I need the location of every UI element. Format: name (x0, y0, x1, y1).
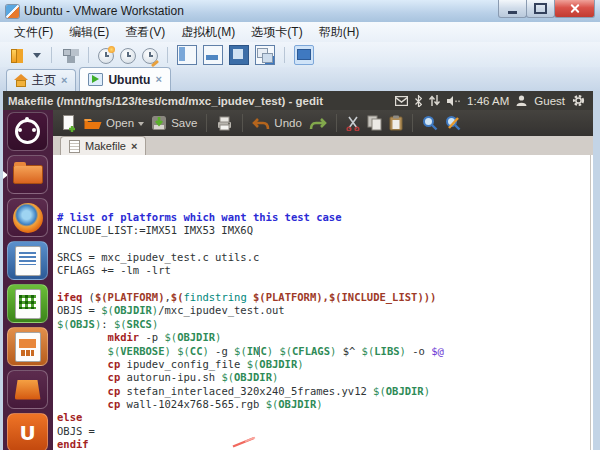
mail-icon[interactable] (395, 96, 408, 106)
print-icon[interactable] (216, 116, 233, 131)
firefox-icon (13, 203, 43, 233)
maximize-button[interactable] (526, 0, 555, 18)
ubuntu-top-panel: Makefile (/mnt/hgfs/123/test/cmd/mxc_ipu… (3, 91, 593, 110)
session-user-indicator[interactable]: Guest (534, 95, 565, 107)
menu-view[interactable]: 查看(V) (117, 22, 173, 43)
code-line[interactable]: else (57, 411, 593, 424)
launcher-item-ubuntu-one[interactable] (7, 413, 48, 450)
launcher-item-libreoffice-impress[interactable] (7, 327, 48, 366)
code-line[interactable]: ifeq ($(PLATFORM),$(findstring $(PLATFOR… (57, 291, 593, 304)
snapshot-take-icon[interactable] (98, 48, 114, 64)
launcher-item-files[interactable] (7, 155, 48, 194)
tab-home[interactable]: 主页 × (6, 69, 76, 91)
gedit-tab-makefile[interactable]: Makefile × (60, 136, 146, 155)
ubuntu-screen: Makefile (/mnt/hgfs/123/test/cmd/mxc_ipu… (3, 91, 593, 450)
menu-edit[interactable]: 编辑(E) (61, 22, 117, 43)
launcher-item-software-center[interactable] (7, 370, 48, 409)
save-button[interactable]: Save (151, 115, 197, 131)
snapshot-manager-icon[interactable] (142, 48, 158, 64)
code-line[interactable] (57, 278, 593, 291)
libreoffice-calc-icon (15, 289, 41, 319)
window-titlebar[interactable]: Ubuntu - VMware Workstation (0, 0, 600, 23)
code-line[interactable]: mkdir -p $(OBJDIR) (57, 331, 593, 344)
snapshot-revert-icon[interactable] (120, 48, 136, 64)
code-line[interactable]: OBJS = (57, 425, 593, 438)
minimize-button[interactable] (498, 0, 527, 18)
code-line[interactable]: cp wall-1024x768-565.rgb $(OBJDIR) (57, 398, 593, 411)
code-line[interactable]: OBJS = $(OBJDIR)/mxc_ipudev_test.out (57, 304, 593, 317)
save-button-label: Save (171, 117, 197, 129)
gear-icon[interactable] (572, 94, 585, 107)
launcher-item-ubuntu-dash[interactable] (7, 112, 48, 151)
open-button-label: Open (106, 117, 134, 129)
code-line[interactable]: $(VERBOSE) $(CC) -g $(INC) $(CFLAGS) $^ … (57, 345, 593, 358)
clock-indicator[interactable]: 1:46 AM (467, 95, 509, 107)
launcher-item-libreoffice-calc[interactable] (7, 284, 48, 323)
user-icon (516, 95, 527, 106)
open-button[interactable]: Open (84, 116, 144, 130)
search-icon[interactable] (422, 115, 438, 131)
tab-ubuntu-label: Ubuntu (108, 73, 150, 87)
code-line[interactable]: $(OBJS): $(SRCS) (57, 318, 593, 331)
new-document-icon[interactable] (62, 115, 77, 132)
unity-launcher (3, 110, 53, 450)
search-replace-icon[interactable] (445, 115, 462, 131)
document-icon (69, 140, 80, 153)
libreoffice-impress-icon (15, 332, 41, 362)
tab-ubuntu-close-icon[interactable]: × (155, 74, 161, 85)
volume-muted-icon[interactable] (447, 96, 460, 106)
ubuntu-dash-icon (15, 119, 40, 144)
network-icon[interactable] (61, 46, 79, 64)
code-line[interactable]: SRCS = mxc_ipudev_test.c utils.c (57, 251, 593, 264)
editor-right-edge (590, 155, 591, 450)
vmware-workstation-window: Ubuntu - VMware Workstation 文件(F)编辑(E)查看… (0, 0, 600, 450)
paste-icon[interactable] (389, 115, 403, 131)
launcher-item-libreoffice-writer[interactable] (7, 241, 48, 280)
menu-bar: 文件(F)编辑(E)查看(V)虚拟机(M)选项卡(T)帮助(H) (0, 22, 600, 42)
menu-vm[interactable]: 虚拟机(M) (173, 22, 243, 43)
panel-toggle-icon[interactable] (177, 45, 197, 65)
undo-icon (252, 117, 270, 130)
bluetooth-icon[interactable] (415, 95, 422, 107)
code-line[interactable]: cp autorun-ipu.sh $(OBJDIR) (57, 371, 593, 384)
code-line[interactable]: # list of platforms which want this test… (57, 211, 593, 224)
menu-tabs[interactable]: 选项卡(T) (243, 22, 310, 43)
caret-icon[interactable] (32, 46, 42, 64)
fullscreen-icon[interactable] (229, 45, 249, 65)
libreoffice-writer-icon (15, 246, 41, 276)
vm-console-area: Makefile (/mnt/hgfs/123/test/cmd/mxc_ipu… (0, 91, 600, 450)
unity-mode-icon[interactable] (255, 45, 275, 65)
menu-file[interactable]: 文件(F) (6, 22, 61, 43)
console-view-icon[interactable] (203, 45, 223, 65)
tab-home-close-icon[interactable]: × (61, 75, 67, 86)
gedit-tab-label: Makefile (85, 140, 126, 152)
gedit-text-area[interactable]: # list of platforms which want this test… (53, 155, 593, 450)
close-icon (569, 3, 580, 14)
vmware-toolbar (0, 42, 600, 68)
code-line[interactable]: cp stefan_interlaced_320x240_5frames.yv1… (57, 385, 593, 398)
open-dropdown-caret-icon[interactable] (138, 122, 144, 129)
code-line[interactable]: CFLAGS += -lm -lrt (57, 264, 593, 277)
copy-icon[interactable] (367, 115, 382, 131)
toolbar-separator (242, 114, 243, 132)
vm-screen-icon (88, 73, 103, 86)
undo-button[interactable]: Undo (252, 117, 302, 130)
code-line[interactable]: endif (57, 438, 593, 450)
code-line[interactable] (57, 237, 593, 250)
network-updown-icon[interactable] (429, 95, 440, 106)
redo-icon[interactable] (309, 117, 327, 130)
console-active-icon[interactable] (294, 45, 314, 65)
launcher-item-firefox[interactable] (7, 198, 48, 237)
pause-icon[interactable] (8, 46, 26, 64)
gedit-tab-close-icon[interactable]: × (131, 141, 137, 152)
code-line[interactable]: cp ipudev_config_file $(OBJDIR) (57, 358, 593, 371)
maximize-icon (534, 3, 547, 14)
code-line[interactable]: INCLUDE_LIST:=IMX51 IMX53 IMX6Q (57, 224, 593, 237)
toolbar-separator (206, 114, 207, 132)
tab-ubuntu[interactable]: Ubuntu × (79, 67, 170, 91)
vmware-app-icon (6, 5, 19, 18)
gedit-window-title: Makefile (/mnt/hgfs/123/test/cmd/mxc_ipu… (8, 95, 323, 107)
close-button[interactable] (554, 0, 595, 18)
menu-help[interactable]: 帮助(H) (311, 22, 368, 43)
cut-icon[interactable] (346, 116, 360, 131)
